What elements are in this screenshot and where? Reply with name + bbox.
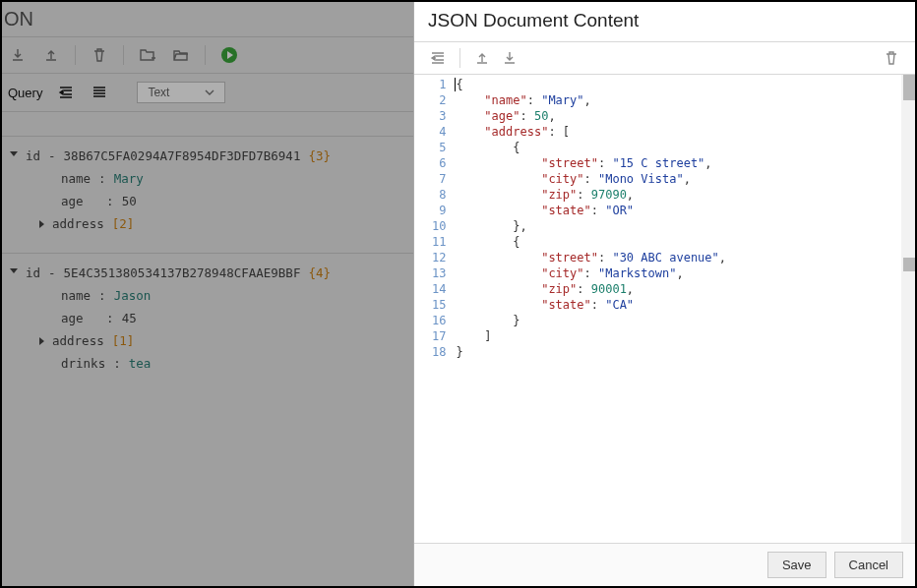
result-row-header[interactable]: id - 38B67C5FA0294A7F8954DF3DFD7B6941 {3… xyxy=(2,136,413,167)
save-button[interactable]: Save xyxy=(767,552,826,578)
id-value: 38B67C5FA0294A7F8954DF3DFD7B6941 xyxy=(64,148,301,163)
id-key: id xyxy=(26,265,40,280)
field-count: {3} xyxy=(308,148,331,163)
line-gutter: 123456789101112131415161718 xyxy=(414,75,456,543)
folder-open-icon[interactable] xyxy=(171,45,191,65)
results-content: id - 38B67C5FA0294A7F8954DF3DFD7B6941 {3… xyxy=(2,112,413,375)
upload-icon[interactable] xyxy=(41,45,61,65)
main-toolbar xyxy=(2,36,413,74)
separator xyxy=(459,48,460,68)
chevron-down-icon xyxy=(205,89,214,95)
separator xyxy=(75,45,76,65)
secondary-toolbar: Query Text xyxy=(2,74,413,112)
trash-icon[interactable] xyxy=(882,48,901,68)
panel-toolbar xyxy=(414,41,915,75)
expand-toggle-icon[interactable] xyxy=(10,268,18,277)
download-icon[interactable] xyxy=(8,45,28,65)
outdent-icon[interactable] xyxy=(56,83,76,102)
run-icon[interactable] xyxy=(219,45,239,65)
result-field[interactable]: address[1] xyxy=(2,329,413,352)
view-mode-value: Text xyxy=(148,86,169,99)
code-content[interactable]: { "name": "Mary", "age": 50, "address": … xyxy=(456,75,915,543)
view-mode-select[interactable]: Text xyxy=(137,82,225,103)
id-key: id xyxy=(26,148,40,163)
panel-footer: Save Cancel xyxy=(414,543,915,586)
result-field: age :50 xyxy=(2,190,413,212)
expand-toggle-icon[interactable] xyxy=(39,337,44,345)
cancel-button[interactable]: Cancel xyxy=(834,552,903,578)
lines-icon[interactable] xyxy=(90,83,109,102)
result-row-header[interactable]: id - 5E4C351380534137B278948CFAAE9BBF {4… xyxy=(2,253,413,284)
scrollbar-thumb[interactable] xyxy=(903,75,915,100)
result-field: age :45 xyxy=(2,307,413,329)
separator xyxy=(123,45,124,65)
query-label: Query xyxy=(8,86,42,100)
panel-title: JSON Document Content xyxy=(414,2,915,41)
expand-toggle-icon[interactable] xyxy=(39,220,44,228)
json-editor-panel: JSON Document Content 123456789101112131… xyxy=(413,2,915,586)
expand-toggle-icon[interactable] xyxy=(10,151,18,160)
result-field: name:Jason xyxy=(2,284,413,307)
scrollbar-thumb[interactable] xyxy=(903,258,915,271)
result-field: drinks:tea xyxy=(2,352,413,375)
field-count: {4} xyxy=(308,265,331,280)
code-editor[interactable]: 123456789101112131415161718 { "name": "M… xyxy=(414,75,915,543)
background-pane: ON Query Text id - 38B67C5FA0294A7F8954D… xyxy=(2,2,413,588)
upload-icon[interactable] xyxy=(472,48,492,68)
id-value: 5E4C351380534137B278948CFAAE9BBF xyxy=(64,265,301,280)
download-icon[interactable] xyxy=(500,48,520,68)
trash-icon[interactable] xyxy=(90,45,109,65)
result-field: name:Mary xyxy=(2,167,413,190)
folder-plus-icon[interactable] xyxy=(138,45,157,65)
separator xyxy=(205,45,206,65)
vertical-scrollbar[interactable] xyxy=(901,75,915,543)
format-icon[interactable] xyxy=(428,48,448,68)
page-title-fragment: ON xyxy=(2,2,413,36)
result-field[interactable]: address[2] xyxy=(2,212,413,235)
